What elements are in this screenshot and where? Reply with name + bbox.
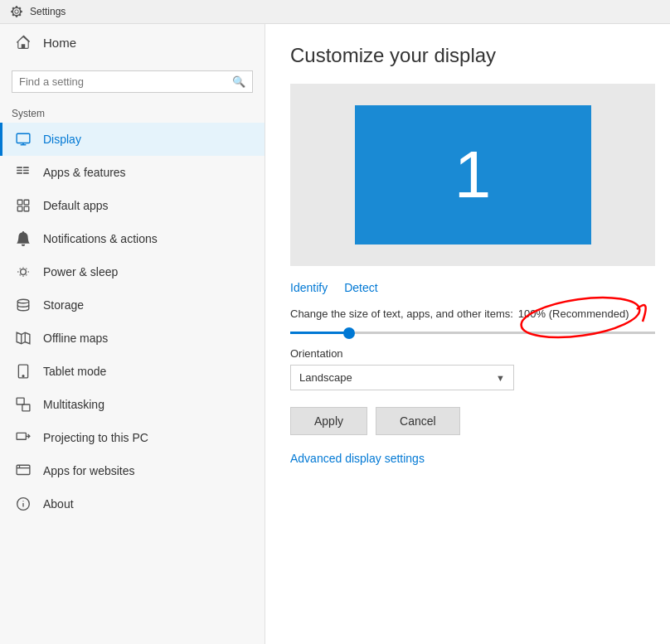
svg-rect-0: [17, 133, 30, 143]
svg-point-13: [21, 269, 27, 275]
orientation-label: Orientation: [290, 347, 645, 360]
notifications-icon: [15, 230, 32, 247]
svg-rect-3: [17, 167, 22, 168]
monitor-box: 1: [355, 105, 591, 245]
svg-rect-23: [17, 465, 30, 474]
sidebar: Home 🔍 System Display: [0, 24, 265, 644]
cancel-button[interactable]: Cancel: [376, 407, 460, 435]
orientation-dropdown[interactable]: Landscape ▼: [290, 365, 514, 390]
apps-features-label: Apps & features: [43, 166, 126, 179]
search-icon[interactable]: 🔍: [232, 75, 245, 88]
sidebar-item-offline-maps[interactable]: Offline maps: [0, 322, 265, 355]
page-title: Customize your display: [290, 44, 645, 67]
scale-value: 100% (Recommended): [518, 307, 629, 320]
title-bar-text: Settings: [30, 6, 66, 17]
power-sleep-label: Power & sleep: [43, 265, 118, 278]
projecting-label: Projecting to this PC: [43, 431, 148, 444]
storage-icon: [15, 297, 32, 313]
settings-icon: [10, 5, 23, 18]
sidebar-item-multitasking[interactable]: Multitasking: [0, 388, 265, 421]
apps-features-icon: [15, 164, 32, 181]
offline-maps-label: Offline maps: [43, 332, 108, 345]
monitor-number: 1: [454, 137, 492, 213]
home-label: Home: [43, 36, 76, 50]
svg-marker-15: [17, 332, 30, 344]
offline-maps-icon: [15, 330, 32, 346]
power-sleep-icon: [15, 264, 32, 280]
svg-rect-8: [23, 172, 29, 174]
projecting-icon: [15, 429, 32, 446]
home-icon: [15, 34, 32, 51]
svg-rect-21: [22, 404, 30, 411]
multitasking-label: Multitasking: [43, 398, 104, 411]
display-label: Display: [43, 133, 81, 146]
orientation-value: Landscape: [299, 371, 352, 384]
svg-rect-22: [17, 433, 26, 439]
sidebar-item-apps-websites[interactable]: Apps for websites: [0, 454, 265, 487]
about-icon: [15, 496, 32, 512]
default-apps-label: Default apps: [43, 199, 109, 212]
search-input[interactable]: [19, 75, 232, 88]
svg-point-14: [17, 299, 29, 303]
identify-link[interactable]: Identify: [290, 281, 328, 294]
storage-label: Storage: [43, 298, 84, 312]
sidebar-item-power-sleep[interactable]: Power & sleep: [0, 255, 265, 288]
title-bar: Settings: [0, 0, 670, 24]
system-section-label: System: [0, 103, 265, 123]
sidebar-item-notifications[interactable]: Notifications & actions: [0, 222, 265, 255]
notifications-label: Notifications & actions: [43, 232, 158, 245]
detect-link[interactable]: Detect: [344, 281, 377, 294]
link-row: Identify Detect: [290, 281, 645, 294]
svg-point-28: [22, 501, 23, 501]
slider-row: [290, 332, 655, 334]
sidebar-item-tablet-mode[interactable]: Tablet mode: [0, 355, 265, 388]
svg-rect-5: [17, 172, 22, 174]
default-apps-icon: [15, 197, 32, 214]
svg-rect-4: [17, 170, 22, 172]
svg-rect-10: [24, 200, 29, 205]
sidebar-item-display[interactable]: Display: [0, 123, 265, 156]
tablet-mode-label: Tablet mode: [43, 365, 106, 378]
about-label: About: [43, 497, 74, 511]
dropdown-arrow-icon: ▼: [496, 373, 505, 383]
display-icon: [15, 131, 32, 148]
apply-button[interactable]: Apply: [290, 407, 367, 435]
advanced-display-settings-link[interactable]: Advanced display settings: [290, 452, 425, 465]
apps-websites-label: Apps for websites: [43, 464, 135, 477]
tablet-mode-icon: [15, 363, 32, 380]
button-row: Apply Cancel: [290, 407, 645, 435]
svg-point-19: [22, 375, 24, 377]
scale-text: Change the size of text, apps, and other…: [290, 307, 513, 320]
search-box[interactable]: 🔍: [12, 70, 253, 93]
scale-slider[interactable]: [290, 332, 655, 334]
svg-rect-9: [17, 200, 22, 205]
svg-rect-6: [23, 167, 29, 168]
sidebar-item-about[interactable]: About: [0, 487, 265, 521]
sidebar-item-home[interactable]: Home: [0, 24, 265, 61]
apps-websites-icon: [15, 462, 32, 479]
sidebar-item-default-apps[interactable]: Default apps: [0, 189, 265, 222]
svg-rect-7: [23, 170, 29, 172]
display-preview: 1: [290, 84, 655, 266]
sidebar-item-apps-features[interactable]: Apps & features: [0, 156, 265, 189]
sidebar-item-projecting[interactable]: Projecting to this PC: [0, 421, 265, 454]
multitasking-icon: [15, 396, 32, 413]
svg-rect-12: [24, 206, 29, 211]
scale-row: Change the size of text, apps, and other…: [290, 307, 670, 327]
svg-rect-20: [17, 398, 24, 404]
main-content: Customize your display 1 Identify Detect…: [265, 24, 670, 644]
sidebar-item-storage[interactable]: Storage: [0, 288, 265, 322]
svg-rect-11: [17, 206, 22, 211]
